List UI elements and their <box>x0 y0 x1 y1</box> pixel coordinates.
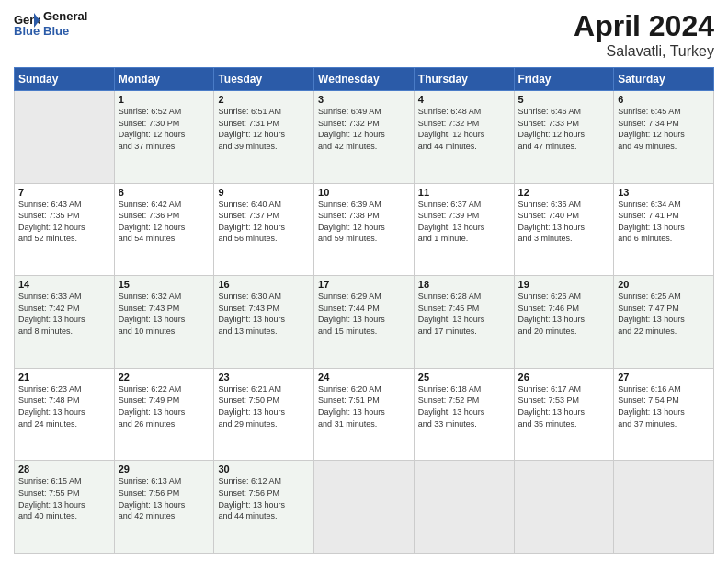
day-number: 1 <box>119 94 210 105</box>
calendar-cell <box>614 461 714 554</box>
day-number: 13 <box>618 187 710 198</box>
calendar-header-row: SundayMondayTuesdayWednesdayThursdayFrid… <box>15 68 714 91</box>
cell-info: Sunrise: 6:18 AM Sunset: 7:52 PM Dayligh… <box>418 384 510 430</box>
calendar-cell: 5Sunrise: 6:46 AM Sunset: 7:33 PM Daylig… <box>514 91 614 184</box>
calendar-cell: 7Sunrise: 6:43 AM Sunset: 7:35 PM Daylig… <box>15 183 115 276</box>
cell-info: Sunrise: 6:37 AM Sunset: 7:39 PM Dayligh… <box>418 199 510 245</box>
cell-info: Sunrise: 6:42 AM Sunset: 7:36 PM Dayligh… <box>119 199 210 245</box>
day-number: 23 <box>218 372 310 383</box>
calendar-cell: 8Sunrise: 6:42 AM Sunset: 7:36 PM Daylig… <box>114 183 214 276</box>
calendar-header-saturday: Saturday <box>614 68 714 91</box>
calendar-cell: 30Sunrise: 6:12 AM Sunset: 7:56 PM Dayli… <box>214 461 314 554</box>
calendar-cell <box>314 461 415 554</box>
calendar-cell <box>414 461 514 554</box>
calendar-cell: 12Sunrise: 6:36 AM Sunset: 7:40 PM Dayli… <box>514 183 614 276</box>
day-number: 17 <box>318 279 410 290</box>
logo-icon: General Blue <box>14 11 40 37</box>
day-number: 29 <box>119 464 210 475</box>
calendar-week-row: 28Sunrise: 6:15 AM Sunset: 7:55 PM Dayli… <box>15 461 714 554</box>
day-number: 3 <box>318 94 410 105</box>
calendar-cell: 1Sunrise: 6:52 AM Sunset: 7:30 PM Daylig… <box>114 91 214 184</box>
page: General Blue General Blue April 2024 Sal… <box>0 0 728 563</box>
calendar-cell: 26Sunrise: 6:17 AM Sunset: 7:53 PM Dayli… <box>514 368 614 461</box>
calendar-cell: 18Sunrise: 6:28 AM Sunset: 7:45 PM Dayli… <box>414 276 514 369</box>
day-number: 7 <box>18 187 110 198</box>
cell-info: Sunrise: 6:46 AM Sunset: 7:33 PM Dayligh… <box>518 106 610 152</box>
day-number: 12 <box>518 187 610 198</box>
cell-info: Sunrise: 6:49 AM Sunset: 7:32 PM Dayligh… <box>318 106 410 152</box>
day-number: 14 <box>18 279 110 290</box>
calendar-cell: 21Sunrise: 6:23 AM Sunset: 7:48 PM Dayli… <box>15 368 115 461</box>
cell-info: Sunrise: 6:48 AM Sunset: 7:32 PM Dayligh… <box>418 106 510 152</box>
logo-line2: Blue <box>43 24 87 39</box>
day-number: 16 <box>218 279 310 290</box>
calendar-week-row: 21Sunrise: 6:23 AM Sunset: 7:48 PM Dayli… <box>15 368 714 461</box>
day-number: 20 <box>618 279 710 290</box>
calendar-week-row: 1Sunrise: 6:52 AM Sunset: 7:30 PM Daylig… <box>15 91 714 184</box>
calendar-cell: 4Sunrise: 6:48 AM Sunset: 7:32 PM Daylig… <box>414 91 514 184</box>
calendar-cell: 27Sunrise: 6:16 AM Sunset: 7:54 PM Dayli… <box>614 368 714 461</box>
calendar-cell <box>514 461 614 554</box>
calendar-cell: 19Sunrise: 6:26 AM Sunset: 7:46 PM Dayli… <box>514 276 614 369</box>
calendar-header-tuesday: Tuesday <box>214 68 314 91</box>
calendar-cell: 9Sunrise: 6:40 AM Sunset: 7:37 PM Daylig… <box>214 183 314 276</box>
calendar-cell: 23Sunrise: 6:21 AM Sunset: 7:50 PM Dayli… <box>214 368 314 461</box>
calendar-cell <box>15 91 115 184</box>
cell-info: Sunrise: 6:17 AM Sunset: 7:53 PM Dayligh… <box>518 384 610 430</box>
calendar-header-thursday: Thursday <box>414 68 514 91</box>
day-number: 21 <box>18 372 110 383</box>
cell-info: Sunrise: 6:22 AM Sunset: 7:49 PM Dayligh… <box>119 384 210 430</box>
cell-info: Sunrise: 6:15 AM Sunset: 7:55 PM Dayligh… <box>18 476 110 522</box>
cell-info: Sunrise: 6:33 AM Sunset: 7:42 PM Dayligh… <box>18 291 110 337</box>
cell-info: Sunrise: 6:43 AM Sunset: 7:35 PM Dayligh… <box>18 199 110 245</box>
subtitle: Salavatli, Turkey <box>574 43 714 60</box>
day-number: 26 <box>518 372 610 383</box>
calendar-header-monday: Monday <box>114 68 214 91</box>
calendar-cell: 14Sunrise: 6:33 AM Sunset: 7:42 PM Dayli… <box>15 276 115 369</box>
calendar-cell: 13Sunrise: 6:34 AM Sunset: 7:41 PM Dayli… <box>614 183 714 276</box>
calendar-cell: 11Sunrise: 6:37 AM Sunset: 7:39 PM Dayli… <box>414 183 514 276</box>
svg-text:Blue: Blue <box>14 24 40 37</box>
cell-info: Sunrise: 6:39 AM Sunset: 7:38 PM Dayligh… <box>318 199 410 245</box>
day-number: 24 <box>318 372 410 383</box>
cell-info: Sunrise: 6:16 AM Sunset: 7:54 PM Dayligh… <box>618 384 710 430</box>
calendar-cell: 6Sunrise: 6:45 AM Sunset: 7:34 PM Daylig… <box>614 91 714 184</box>
day-number: 2 <box>218 94 310 105</box>
cell-info: Sunrise: 6:45 AM Sunset: 7:34 PM Dayligh… <box>618 106 710 152</box>
calendar-header-sunday: Sunday <box>15 68 115 91</box>
day-number: 25 <box>418 372 510 383</box>
day-number: 11 <box>418 187 510 198</box>
cell-info: Sunrise: 6:21 AM Sunset: 7:50 PM Dayligh… <box>218 384 310 430</box>
cell-info: Sunrise: 6:36 AM Sunset: 7:40 PM Dayligh… <box>518 199 610 245</box>
calendar-cell: 16Sunrise: 6:30 AM Sunset: 7:43 PM Dayli… <box>214 276 314 369</box>
logo-line1: General <box>43 9 87 24</box>
calendar-week-row: 14Sunrise: 6:33 AM Sunset: 7:42 PM Dayli… <box>15 276 714 369</box>
calendar-cell: 17Sunrise: 6:29 AM Sunset: 7:44 PM Dayli… <box>314 276 415 369</box>
day-number: 6 <box>618 94 710 105</box>
cell-info: Sunrise: 6:28 AM Sunset: 7:45 PM Dayligh… <box>418 291 510 337</box>
cell-info: Sunrise: 6:29 AM Sunset: 7:44 PM Dayligh… <box>318 291 410 337</box>
cell-info: Sunrise: 6:30 AM Sunset: 7:43 PM Dayligh… <box>218 291 310 337</box>
day-number: 27 <box>618 372 710 383</box>
title-block: April 2024 Salavatli, Turkey <box>574 9 714 60</box>
logo: General Blue General Blue <box>14 9 87 38</box>
cell-info: Sunrise: 6:23 AM Sunset: 7:48 PM Dayligh… <box>18 384 110 430</box>
day-number: 8 <box>119 187 210 198</box>
cell-info: Sunrise: 6:25 AM Sunset: 7:47 PM Dayligh… <box>618 291 710 337</box>
cell-info: Sunrise: 6:26 AM Sunset: 7:46 PM Dayligh… <box>518 291 610 337</box>
day-number: 19 <box>518 279 610 290</box>
calendar-cell: 24Sunrise: 6:20 AM Sunset: 7:51 PM Dayli… <box>314 368 415 461</box>
calendar-cell: 28Sunrise: 6:15 AM Sunset: 7:55 PM Dayli… <box>15 461 115 554</box>
header: General Blue General Blue April 2024 Sal… <box>14 9 714 60</box>
cell-info: Sunrise: 6:40 AM Sunset: 7:37 PM Dayligh… <box>218 199 310 245</box>
day-number: 9 <box>218 187 310 198</box>
calendar-week-row: 7Sunrise: 6:43 AM Sunset: 7:35 PM Daylig… <box>15 183 714 276</box>
calendar-cell: 3Sunrise: 6:49 AM Sunset: 7:32 PM Daylig… <box>314 91 415 184</box>
calendar-cell: 29Sunrise: 6:13 AM Sunset: 7:56 PM Dayli… <box>114 461 214 554</box>
main-title: April 2024 <box>574 9 714 43</box>
calendar-table: SundayMondayTuesdayWednesdayThursdayFrid… <box>14 67 714 554</box>
calendar-header-friday: Friday <box>514 68 614 91</box>
calendar-cell: 25Sunrise: 6:18 AM Sunset: 7:52 PM Dayli… <box>414 368 514 461</box>
calendar-header-wednesday: Wednesday <box>314 68 415 91</box>
cell-info: Sunrise: 6:52 AM Sunset: 7:30 PM Dayligh… <box>119 106 210 152</box>
